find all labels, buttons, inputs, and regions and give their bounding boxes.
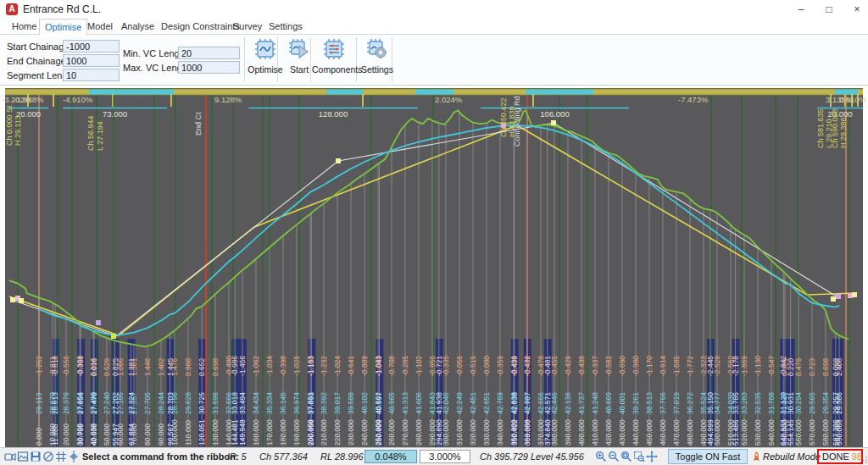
svg-text:27.705: 27.705 <box>143 392 152 414</box>
svg-text:33.494: 33.494 <box>238 392 247 414</box>
svg-text:28.613: 28.613 <box>51 392 59 414</box>
tab-home[interactable]: Home <box>7 19 42 35</box>
svg-text:410.000: 410.000 <box>591 419 599 446</box>
svg-text:42.136: 42.136 <box>564 392 572 414</box>
minimize-button[interactable]: – <box>788 2 814 17</box>
end-chainage-input[interactable] <box>63 54 120 67</box>
chainage-readout: Ch 577.364 <box>259 451 308 462</box>
svg-text:390.000: 390.000 <box>564 419 572 446</box>
svg-text:360.000: 360.000 <box>523 419 531 446</box>
zoom-out-icon[interactable] <box>608 451 620 462</box>
tab-survey[interactable]: Survey <box>228 19 267 35</box>
svg-text:36.145: 36.145 <box>279 392 287 414</box>
max-vc-length-input[interactable] <box>178 61 240 74</box>
profile-chart[interactable]: 20.00073.000128.000106.00020.000-3.202%-… <box>0 88 868 447</box>
svg-text:-1.130: -1.130 <box>754 356 762 376</box>
svg-text:30.755: 30.755 <box>76 423 85 446</box>
close-button[interactable]: × <box>844 2 868 17</box>
tab-analyse[interactable]: Analyse <box>116 19 159 35</box>
grid-icon[interactable] <box>55 451 67 462</box>
svg-text:27.186: 27.186 <box>116 392 125 414</box>
svg-text:37.019: 37.019 <box>672 392 681 414</box>
svg-text:2.406: 2.406 <box>835 357 843 376</box>
svg-text:-1.043: -1.043 <box>375 356 383 376</box>
resize-grip[interactable] <box>862 457 867 463</box>
svg-text:0.698: 0.698 <box>821 357 830 376</box>
annotation-highlight-box: DONE 98 <box>817 449 863 464</box>
rebuild-mode-label[interactable]: Rebuild Mode <box>763 451 821 462</box>
svg-text:0.723: 0.723 <box>808 357 816 376</box>
pan-icon[interactable] <box>646 451 658 462</box>
svg-text:-0.889: -0.889 <box>360 356 369 376</box>
svg-text:-1.170: -1.170 <box>645 356 654 376</box>
svg-text:-0.455: -0.455 <box>550 356 559 376</box>
svg-text:-1.153: -1.153 <box>307 356 315 376</box>
profile-view[interactable]: 20.00073.000128.000106.00020.000-3.202%-… <box>0 88 868 447</box>
svg-text:1.086: 1.086 <box>116 357 125 376</box>
svg-text:-1.034: -1.034 <box>265 356 274 376</box>
svg-text:38.392: 38.392 <box>320 392 328 414</box>
svg-text:H 29.113: H 29.113 <box>14 115 22 146</box>
svg-text:120.051: 120.051 <box>198 419 206 446</box>
zoom-in-icon[interactable] <box>595 451 607 462</box>
segment-length-input[interactable] <box>63 69 120 81</box>
svg-text:-1.772: -1.772 <box>686 356 694 376</box>
cursor-position-readout: Ch 395.729 Level 45.956 <box>480 451 584 462</box>
svg-text:38.513: 38.513 <box>645 392 654 414</box>
start-chainage-input[interactable] <box>63 40 120 53</box>
svg-text:-1.988%: -1.988% <box>14 95 44 104</box>
tab-optimise[interactable]: Optimise <box>39 19 87 36</box>
components-button[interactable]: Components <box>312 38 356 82</box>
svg-text:H 29.386: H 29.386 <box>839 117 848 148</box>
svg-text:0.479: 0.479 <box>794 357 803 376</box>
zoom-extents-icon[interactable] <box>620 451 632 462</box>
svg-text:106.000: 106.000 <box>540 109 569 119</box>
svg-text:400.000: 400.000 <box>577 419 586 446</box>
save-icon[interactable] <box>30 451 42 462</box>
svg-text:-0.398: -0.398 <box>279 356 287 376</box>
svg-text:170.000: 170.000 <box>265 419 274 446</box>
svg-text:37.766: 37.766 <box>659 392 667 414</box>
rebuild-rocket-icon[interactable] <box>751 451 762 462</box>
maximize-button[interactable]: □ <box>816 2 842 17</box>
svg-text:34.434: 34.434 <box>252 392 260 414</box>
components-button-label: Components <box>312 64 356 75</box>
max-grade-indicator[interactable]: 3.000% <box>420 450 470 463</box>
svg-text:0.529: 0.529 <box>103 357 111 376</box>
svg-text:-0.438: -0.438 <box>510 356 519 376</box>
svg-text:41.606: 41.606 <box>415 392 423 414</box>
svg-text:70.000: 70.000 <box>130 423 138 446</box>
svg-text:30.725: 30.725 <box>198 392 206 414</box>
svg-text:480.000: 480.000 <box>686 419 694 446</box>
svg-text:570.000: 570.000 <box>808 419 816 446</box>
svg-text:31.696: 31.696 <box>211 392 220 414</box>
svg-text:300.000: 300.000 <box>442 419 450 446</box>
svg-text:110.000: 110.000 <box>184 420 192 446</box>
svg-text:1.446: 1.446 <box>143 357 152 376</box>
svg-text:-0.429: -0.429 <box>564 356 572 376</box>
disable-icon[interactable] <box>42 451 54 462</box>
zoom-window-icon[interactable] <box>633 451 645 462</box>
ip-count: IP: 5 <box>227 451 247 462</box>
svg-text:27.856: 27.856 <box>76 392 85 414</box>
tab-settings[interactable]: Settings <box>264 19 308 35</box>
svg-text:430.000: 430.000 <box>618 419 626 446</box>
svg-text:380.000: 380.000 <box>550 419 559 446</box>
camera-icon[interactable] <box>4 451 16 462</box>
status-bar: Select a command from the ribbon: IP: 5 … <box>0 447 868 465</box>
svg-text:190.000: 190.000 <box>292 419 301 446</box>
svg-text:36.272: 36.272 <box>686 392 694 414</box>
svg-text:L 27.194: L 27.194 <box>96 121 104 151</box>
svg-text:42.451: 42.451 <box>469 392 477 414</box>
image-icon[interactable] <box>17 451 29 462</box>
grade-indicator[interactable]: 0.048% <box>364 450 417 463</box>
svg-text:40.102: 40.102 <box>360 392 369 414</box>
min-vc-length-input[interactable] <box>178 47 240 59</box>
ribbon-settings-button[interactable]: Settings <box>358 38 397 82</box>
toggle-fast-mode-button[interactable]: Toggle ON Fast Mode <box>668 449 748 464</box>
crosshair-icon[interactable] <box>68 451 80 462</box>
svg-text:90.000: 90.000 <box>157 423 165 446</box>
svg-text:-0.582: -0.582 <box>604 356 613 376</box>
end-chainage-label: End Chainage: <box>7 56 69 66</box>
svg-text:320.000: 320.000 <box>469 419 477 446</box>
